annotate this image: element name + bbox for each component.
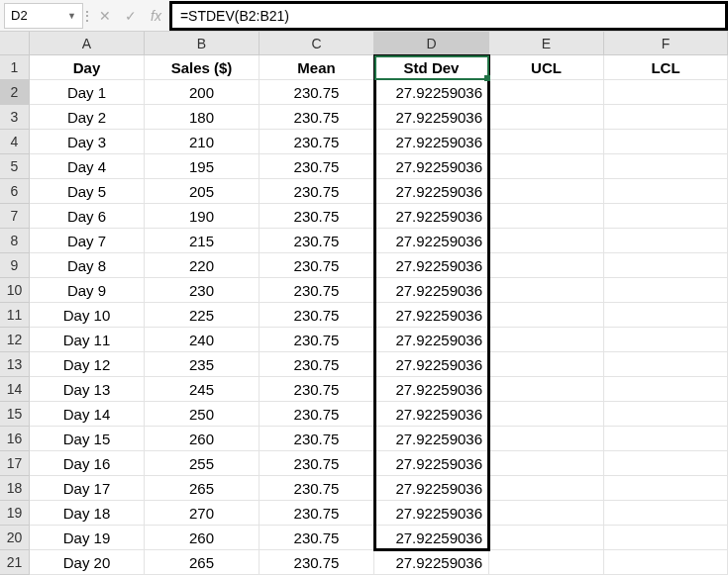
cell[interactable]: [604, 550, 728, 575]
row-header[interactable]: 4: [0, 130, 30, 154]
cell[interactable]: 255: [145, 451, 260, 476]
select-all-corner[interactable]: [0, 32, 30, 55]
cell[interactable]: [489, 451, 604, 476]
row-header[interactable]: 12: [0, 328, 30, 352]
cell[interactable]: [489, 402, 604, 427]
cell[interactable]: Day 16: [30, 451, 145, 476]
cell[interactable]: Day 3: [30, 130, 145, 154]
cell[interactable]: 220: [145, 253, 260, 278]
cell[interactable]: [604, 328, 728, 352]
cell[interactable]: [604, 80, 728, 105]
cell[interactable]: Day 15: [30, 427, 145, 451]
row-header[interactable]: 3: [0, 105, 30, 130]
cell[interactable]: 27.92259036: [374, 352, 489, 377]
col-header-D[interactable]: D: [374, 32, 489, 55]
cell[interactable]: 27.92259036: [374, 501, 489, 526]
cell[interactable]: [604, 105, 728, 130]
row-header[interactable]: 16: [0, 427, 30, 451]
cell[interactable]: [604, 278, 728, 303]
cell[interactable]: [489, 278, 604, 303]
cell[interactable]: 235: [145, 352, 260, 377]
cell[interactable]: [604, 204, 728, 229]
cell[interactable]: 27.92259036: [374, 377, 489, 402]
cell[interactable]: 230.75: [260, 80, 374, 105]
cell[interactable]: [489, 253, 604, 278]
cell[interactable]: 230.75: [260, 229, 374, 253]
col-header-E[interactable]: E: [489, 32, 604, 55]
cell[interactable]: Day 1: [30, 80, 145, 105]
cell[interactable]: 245: [145, 377, 260, 402]
header-cell[interactable]: UCL: [489, 55, 604, 80]
cell[interactable]: [489, 154, 604, 179]
cell[interactable]: [489, 526, 604, 550]
cell[interactable]: 225: [145, 303, 260, 328]
cell[interactable]: 27.92259036: [374, 427, 489, 451]
cell[interactable]: 27.92259036: [374, 402, 489, 427]
cell[interactable]: 230.75: [260, 427, 374, 451]
header-cell[interactable]: Day: [30, 55, 145, 80]
row-header[interactable]: 9: [0, 253, 30, 278]
cell[interactable]: [489, 501, 604, 526]
cell[interactable]: 27.92259036: [374, 105, 489, 130]
cell[interactable]: 190: [145, 204, 260, 229]
cell[interactable]: [604, 253, 728, 278]
row-header[interactable]: 17: [0, 451, 30, 476]
cell[interactable]: [604, 476, 728, 501]
row-header[interactable]: 8: [0, 229, 30, 253]
cell[interactable]: [604, 154, 728, 179]
cell[interactable]: 230.75: [260, 476, 374, 501]
cell[interactable]: 27.92259036: [374, 278, 489, 303]
cell[interactable]: [489, 550, 604, 575]
cell[interactable]: Day 11: [30, 328, 145, 352]
cell[interactable]: Day 10: [30, 303, 145, 328]
cell[interactable]: [489, 80, 604, 105]
cell[interactable]: [489, 204, 604, 229]
cell[interactable]: 230: [145, 278, 260, 303]
cell[interactable]: [489, 328, 604, 352]
cell[interactable]: 230.75: [260, 204, 374, 229]
cell[interactable]: 230.75: [260, 352, 374, 377]
cell[interactable]: [489, 303, 604, 328]
cell[interactable]: 230.75: [260, 154, 374, 179]
cell[interactable]: Day 4: [30, 154, 145, 179]
cell[interactable]: 27.92259036: [374, 229, 489, 253]
cell[interactable]: Day 20: [30, 550, 145, 575]
cell[interactable]: 230.75: [260, 501, 374, 526]
spreadsheet-grid[interactable]: A B C D E F 1DaySales ($)MeanStd DevUCLL…: [0, 32, 728, 575]
cell[interactable]: Day 18: [30, 501, 145, 526]
cell[interactable]: 265: [145, 476, 260, 501]
cell[interactable]: 230.75: [260, 278, 374, 303]
cell[interactable]: 27.92259036: [374, 204, 489, 229]
cell[interactable]: 200: [145, 80, 260, 105]
cell[interactable]: 180: [145, 105, 260, 130]
cell[interactable]: 240: [145, 328, 260, 352]
fx-icon[interactable]: fx: [151, 8, 161, 24]
cell[interactable]: [604, 352, 728, 377]
cell[interactable]: Day 8: [30, 253, 145, 278]
cell[interactable]: 230.75: [260, 402, 374, 427]
cell[interactable]: Day 9: [30, 278, 145, 303]
row-header[interactable]: 18: [0, 476, 30, 501]
cell[interactable]: Day 17: [30, 476, 145, 501]
cell[interactable]: [604, 402, 728, 427]
cell[interactable]: 270: [145, 501, 260, 526]
cell[interactable]: 230.75: [260, 526, 374, 550]
col-header-B[interactable]: B: [145, 32, 260, 55]
cell[interactable]: 205: [145, 179, 260, 204]
cell[interactable]: Day 2: [30, 105, 145, 130]
row-header[interactable]: 15: [0, 402, 30, 427]
cell[interactable]: Day 14: [30, 402, 145, 427]
cell[interactable]: 230.75: [260, 105, 374, 130]
cell[interactable]: [604, 427, 728, 451]
cell[interactable]: 260: [145, 526, 260, 550]
row-header[interactable]: 20: [0, 526, 30, 550]
cell[interactable]: Day 19: [30, 526, 145, 550]
cell[interactable]: [489, 476, 604, 501]
cell[interactable]: 27.92259036: [374, 154, 489, 179]
cell[interactable]: 265: [145, 550, 260, 575]
cell[interactable]: Day 12: [30, 352, 145, 377]
cell[interactable]: 230.75: [260, 328, 374, 352]
cell[interactable]: [489, 105, 604, 130]
cell[interactable]: 210: [145, 130, 260, 154]
col-header-C[interactable]: C: [260, 32, 374, 55]
